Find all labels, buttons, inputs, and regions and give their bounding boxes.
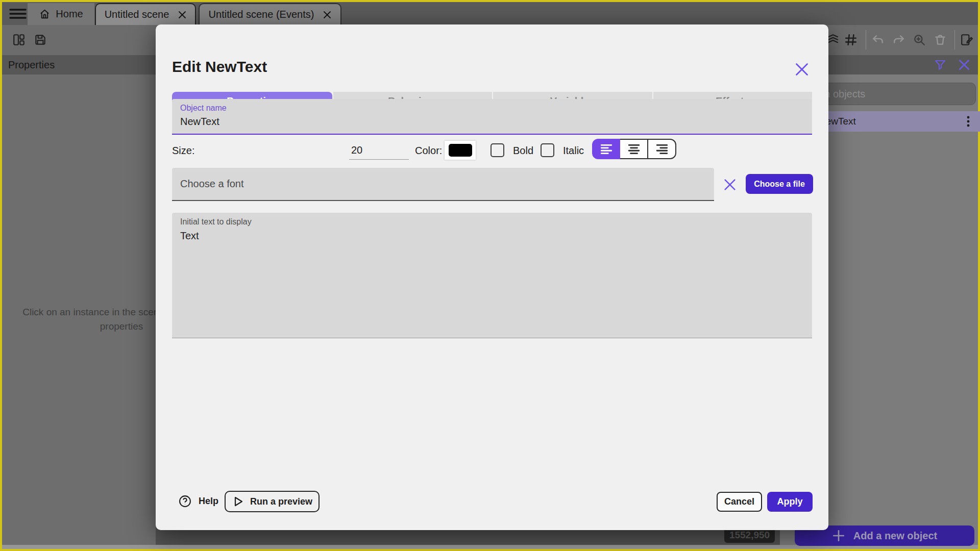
object-name-field-label: Object name bbox=[180, 104, 227, 113]
run-preview-button[interactable]: Run a preview bbox=[225, 491, 320, 512]
help-icon bbox=[179, 495, 191, 508]
properties-panel-title: Properties bbox=[8, 59, 55, 71]
close-icon[interactable] bbox=[959, 59, 970, 70]
help-label: Help bbox=[199, 496, 218, 507]
plus-icon bbox=[832, 529, 845, 542]
app-window: Home Untitled scene Untitled scene (Even… bbox=[0, 0, 980, 551]
tab-untitled-scene-events-label: Untitled scene (Events) bbox=[209, 9, 314, 20]
tab-home-label: Home bbox=[56, 8, 83, 20]
save-icon[interactable] bbox=[34, 33, 47, 46]
italic-label: Italic bbox=[563, 145, 584, 157]
coords-value: 1552,950 bbox=[729, 530, 770, 541]
tab-untitled-scene-events[interactable]: Untitled scene (Events) bbox=[199, 3, 341, 25]
edit-scene-events-icon[interactable] bbox=[960, 33, 973, 46]
trash-icon[interactable] bbox=[934, 33, 947, 46]
choose-file-label: Choose a file bbox=[754, 180, 805, 189]
initial-text-field[interactable]: Initial text to display Text bbox=[172, 213, 812, 338]
color-label: Color: bbox=[415, 145, 442, 157]
play-icon bbox=[232, 495, 244, 508]
initial-text-field-label: Initial text to display bbox=[180, 217, 252, 227]
align-right-button[interactable] bbox=[648, 139, 676, 159]
size-label: Size: bbox=[172, 145, 194, 157]
apply-button[interactable]: Apply bbox=[767, 492, 813, 512]
toolbar-separator bbox=[866, 30, 866, 49]
align-center-button[interactable] bbox=[620, 139, 648, 159]
object-name-field[interactable]: Object name NewText bbox=[172, 99, 812, 135]
cancel-button[interactable]: Cancel bbox=[717, 492, 762, 512]
choose-file-button[interactable]: Choose a file bbox=[746, 174, 813, 194]
bold-checkbox[interactable] bbox=[491, 143, 504, 157]
dialog-title: Edit NewText bbox=[172, 58, 267, 76]
clear-font-icon[interactable] bbox=[723, 178, 737, 192]
undo-icon[interactable] bbox=[871, 33, 885, 46]
hamburger-menu-icon[interactable] bbox=[9, 8, 27, 20]
color-swatch-value bbox=[449, 144, 472, 157]
apply-label: Apply bbox=[777, 496, 802, 507]
layout-panels-icon[interactable] bbox=[12, 33, 26, 46]
italic-checkbox[interactable] bbox=[541, 143, 554, 157]
close-icon[interactable] bbox=[178, 11, 186, 19]
cancel-label: Cancel bbox=[724, 496, 754, 507]
tab-untitled-scene-label: Untitled scene bbox=[105, 9, 169, 20]
filter-icon[interactable] bbox=[934, 59, 946, 71]
color-swatch[interactable] bbox=[445, 141, 476, 160]
add-new-object-label: Add a new object bbox=[853, 530, 937, 542]
top-bar: Home Untitled scene Untitled scene (Even… bbox=[2, 2, 978, 25]
tab-untitled-scene[interactable]: Untitled scene bbox=[95, 3, 196, 25]
font-field-placeholder: Choose a font bbox=[172, 178, 244, 190]
kebab-menu-icon[interactable] bbox=[967, 115, 970, 128]
font-field[interactable]: Choose a font bbox=[172, 168, 714, 201]
dialog-close-icon[interactable] bbox=[795, 62, 809, 77]
edit-object-dialog: Edit NewText Properties Behaviors Variab… bbox=[156, 24, 828, 530]
home-icon bbox=[39, 8, 51, 20]
object-name-field-value[interactable]: NewText bbox=[180, 116, 219, 128]
redo-icon[interactable] bbox=[892, 33, 905, 46]
text-alignment-group bbox=[592, 139, 676, 159]
run-preview-label: Run a preview bbox=[250, 496, 312, 507]
bold-label: Bold bbox=[513, 145, 533, 157]
help-button[interactable]: Help bbox=[179, 495, 218, 508]
zoom-in-icon[interactable] bbox=[913, 33, 926, 46]
close-icon[interactable] bbox=[323, 11, 331, 19]
initial-text-field-value[interactable]: Text bbox=[180, 230, 199, 242]
properties-panel: Click on an instance in the scene to dis… bbox=[2, 74, 156, 545]
grid-icon[interactable] bbox=[844, 33, 857, 46]
toolbar-separator bbox=[954, 30, 955, 49]
properties-panel-header: Properties bbox=[2, 55, 156, 74]
tab-home[interactable]: Home bbox=[28, 3, 94, 25]
size-input[interactable]: 20 bbox=[349, 144, 409, 160]
align-left-button[interactable] bbox=[592, 139, 620, 159]
